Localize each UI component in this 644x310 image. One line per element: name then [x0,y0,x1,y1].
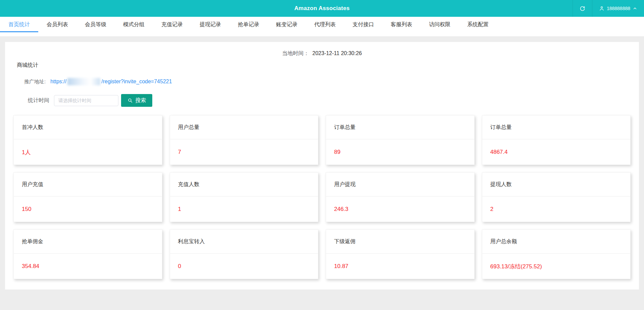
refresh-button[interactable] [573,0,592,17]
stat-card-value: 354.84 [14,254,162,279]
stat-card-title: 抢单佣金 [14,230,162,254]
account-number: 188888888 [607,6,630,11]
stat-card: 下级返佣10.87 [326,229,475,279]
user-menu[interactable]: 188888888 [592,0,644,17]
nav-tab[interactable]: 抢单记录 [229,17,268,32]
stat-card-value: 4867.4 [482,139,631,165]
stat-card-title: 用户总余额 [482,230,631,254]
promo-link[interactable]: https:///register?invite_code=745221 [50,78,172,85]
stat-card-title: 用户总量 [170,116,318,139]
promo-row: 推广地址: https:///register?invite_code=7452… [24,78,639,85]
stat-card: 抢单佣金354.84 [13,229,162,279]
nav-tab[interactable]: 提现记录 [191,17,229,32]
nav-tab[interactable]: 模式分组 [115,17,153,32]
section-title: 商城统计 [17,62,639,69]
stat-card-value: 0 [170,254,318,279]
nav-tab[interactable]: 代理列表 [306,17,344,32]
stat-card: 用户总量7 [170,115,319,165]
blurred-url-segment [67,78,100,85]
search-button[interactable]: 搜索 [121,94,152,107]
app-title: Amazon Associates [294,5,350,12]
nav-tab[interactable]: 支付接口 [344,17,382,32]
promo-url-suffix: /register?invite_code=745221 [101,79,172,85]
nav-tab[interactable]: 首页统计 [0,17,38,32]
local-time-value: 2023-12-11 20:30:26 [312,50,362,56]
stat-time-input[interactable] [54,95,118,106]
stat-card-value: 7 [170,139,318,165]
stat-card: 订单总量4867.4 [482,115,631,165]
stat-card: 充值人数1 [170,172,319,222]
nav-tab[interactable]: 账变记录 [268,17,306,32]
stat-card-value: 1 [170,196,318,222]
stat-card-title: 用户充值 [14,173,162,196]
user-icon [599,6,604,11]
nav-tab[interactable]: 充值记录 [153,17,191,32]
stat-card-title: 订单总量 [482,116,631,139]
stat-card: 首冲人数1人 [13,115,162,165]
stat-time-row: 统计时间 搜索 [28,94,639,107]
stat-card-value: 246.3 [326,196,474,222]
stat-card-title: 用户提现 [326,173,474,196]
stat-card-value: 2 [482,196,631,222]
stat-card-title: 利息宝转入 [170,230,318,254]
stat-card-value: 10.87 [326,254,474,279]
stat-card: 用户总余额693.13/冻结(275.52) [482,229,631,279]
search-button-label: 搜索 [136,97,146,104]
local-time-label: 当地时间： [282,50,309,56]
stats-grid: 首冲人数1人用户总量7订单总量89订单总量4867.4用户充值150充值人数1用… [5,115,639,279]
stat-card-title: 下级返佣 [326,230,474,254]
refresh-icon [580,6,585,11]
app-header: Amazon Associates 188888888 [0,0,644,17]
nav-tab[interactable]: 会员等级 [76,17,115,32]
stat-card: 用户提现246.3 [326,172,475,222]
search-icon [127,98,133,103]
nav-tab[interactable]: 访问权限 [421,17,459,32]
stat-card: 利息宝转入0 [170,229,319,279]
nav-tab[interactable]: 客服列表 [382,17,421,32]
promo-label: 推广地址: [24,79,46,85]
header-actions: 188888888 [573,0,644,17]
nav-tabs: 首页统计会员列表会员等级模式分组充值记录提现记录抢单记录账变记录代理列表支付接口… [0,17,644,32]
stat-time-label: 统计时间 [28,97,49,104]
stat-card-title: 首冲人数 [14,116,162,139]
promo-url-prefix: https:// [50,79,66,85]
nav-tab[interactable]: 系统配置 [459,17,497,32]
nav-tabs-bar: 首页统计会员列表会员等级模式分组充值记录提现记录抢单记录账变记录代理列表支付接口… [0,17,644,36]
stat-card-title: 提现人数 [482,173,631,196]
chevron-up-icon [633,6,637,11]
stat-card-title: 充值人数 [170,173,318,196]
stat-card-title: 订单总量 [326,116,474,139]
local-time-row: 当地时间：2023-12-11 20:30:26 [5,42,639,57]
stat-card-value: 1人 [14,139,162,165]
stat-card-value: 693.13/冻结(275.52) [482,254,631,279]
stat-card-value: 150 [14,196,162,222]
nav-tab[interactable]: 会员列表 [38,17,76,32]
main-panel: 当地时间：2023-12-11 20:30:26 商城统计 推广地址: http… [5,42,639,290]
stat-card: 用户充值150 [13,172,162,222]
stat-card: 提现人数2 [482,172,631,222]
stat-card-value: 89 [326,139,474,165]
stat-card: 订单总量89 [326,115,475,165]
